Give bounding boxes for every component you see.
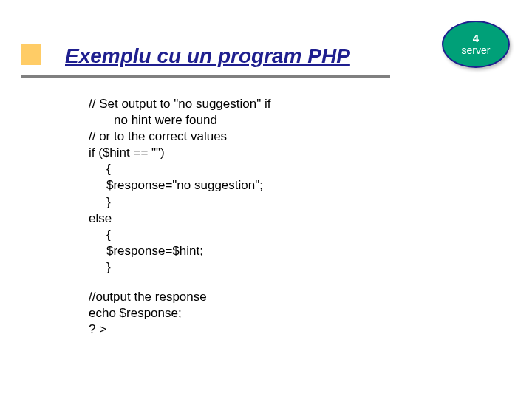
code-line: } bbox=[89, 259, 399, 276]
slide: Exemplu cu un program PHP 4 server // Se… bbox=[0, 0, 532, 399]
code-line: } bbox=[89, 194, 399, 211]
code-line: if ($hint == "") bbox=[89, 145, 399, 161]
code-line: $response="no suggestion"; bbox=[89, 177, 399, 194]
code-line: { bbox=[89, 161, 399, 177]
code-line: // or to the correct values bbox=[89, 129, 399, 145]
code-line: { bbox=[89, 227, 399, 243]
code-line: //output the response bbox=[89, 289, 399, 305]
code-line: $response=$hint; bbox=[89, 243, 399, 259]
code-line: // Set output to "no suggestion" if bbox=[89, 96, 399, 112]
title-underline-bar bbox=[21, 75, 390, 78]
badge-number: 4 bbox=[473, 33, 479, 45]
code-block: // Set output to "no suggestion" if no h… bbox=[89, 96, 399, 338]
code-line: else bbox=[89, 211, 399, 227]
badge-label: server bbox=[462, 45, 491, 56]
code-line: echo $response; bbox=[89, 305, 399, 321]
blank-line bbox=[89, 276, 399, 289]
code-line: no hint were found bbox=[89, 112, 399, 129]
code-line: ? > bbox=[89, 321, 399, 338]
slide-title: Exemplu cu un program PHP bbox=[65, 44, 350, 68]
title-accent-square bbox=[21, 44, 41, 65]
server-badge: 4 server bbox=[442, 21, 510, 68]
